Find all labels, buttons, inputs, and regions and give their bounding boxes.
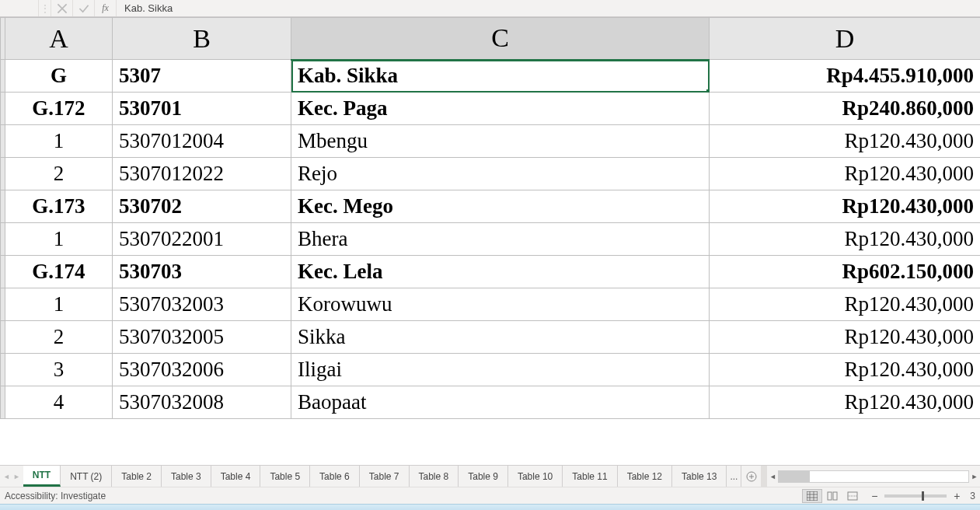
sheet-tab[interactable]: Table 7 [360,466,410,487]
zoom-thumb[interactable] [922,491,924,501]
zoom-in-button[interactable]: + [951,491,962,501]
cell-C[interactable]: Sikka [291,321,710,354]
col-header-A[interactable]: A [5,18,113,60]
cell-A[interactable]: 4 [5,386,113,419]
name-box[interactable] [0,0,39,16]
cell-A[interactable]: G.173 [5,190,113,223]
sheet-tab[interactable]: Table 12 [618,466,672,487]
zoom-slider: − + 3 [869,491,975,501]
tabs-more-icon[interactable]: ... [727,466,741,487]
cell-C[interactable]: Baopaat [291,386,710,419]
cell-C[interactable]: Kec. Paga [291,93,710,125]
cell-D[interactable]: Rp120.430,000 [710,288,981,321]
sheet-tab[interactable]: Table 11 [563,466,617,487]
sheet-tab[interactable]: Table 13 [672,466,727,487]
sheet-tab[interactable]: NTT [23,466,61,487]
svg-rect-1 [807,491,818,501]
sheet-tab[interactable]: Table 2 [112,466,162,487]
cell-A[interactable]: 1 [5,288,113,321]
tabs-prev-icon[interactable]: ◄ [3,473,10,480]
cell-A[interactable]: 2 [5,158,113,190]
cell-C[interactable]: Kec. Lela [291,256,710,288]
hscroll-right-icon[interactable]: ► [969,470,980,483]
col-header-C[interactable]: C [291,18,710,60]
cell-A[interactable]: 2 [5,321,113,354]
cell-A[interactable]: G [5,60,113,93]
cell-B[interactable]: 5307032008 [113,386,291,419]
sheet-tab[interactable]: Table 6 [310,466,360,487]
zoom-value[interactable]: 3 [970,491,975,501]
spreadsheet-grid[interactable]: A B C D G5307Kab. SikkaRp4.455.910,000G.… [0,17,980,465]
table-row: G.173530702Kec. MegoRp120.430,000 [1,190,981,223]
cell-A[interactable]: 1 [5,223,113,256]
column-header-row: A B C D [1,18,981,60]
zoom-track[interactable] [884,494,947,498]
table-row: 15307032003KorowuwuRp120.430,000 [1,288,981,321]
cell-B[interactable]: 530701 [113,93,291,125]
svg-rect-3 [833,492,837,500]
col-header-B[interactable]: B [113,18,291,60]
table-row: 25307032005SikkaRp120.430,000 [1,321,981,354]
view-page-break-icon[interactable] [842,489,863,503]
new-sheet-button[interactable] [741,466,761,487]
cell-B[interactable]: 530703 [113,256,291,288]
hscroll-thumb[interactable] [779,471,810,482]
horizontal-scrollbar[interactable]: ◄ ► [767,466,980,487]
cell-A[interactable]: 1 [5,125,113,158]
os-taskbar [0,504,980,510]
cell-C[interactable]: Korowuwu [291,288,710,321]
view-normal-icon[interactable] [802,489,822,503]
cell-C[interactable]: Kab. Sikka [291,60,710,93]
cell-D[interactable]: Rp120.430,000 [710,354,981,386]
table-row: 25307012022RejoRp120.430,000 [1,158,981,190]
tabs-next-icon[interactable]: ► [13,473,20,480]
col-header-D[interactable]: D [710,18,981,60]
cell-A[interactable]: G.174 [5,256,113,288]
cell-D[interactable]: Rp120.430,000 [710,386,981,419]
cell-B[interactable]: 5307012022 [113,158,291,190]
table-row: G5307Kab. SikkaRp4.455.910,000 [1,60,981,93]
cell-C[interactable]: Rejo [291,158,710,190]
sheet-tab[interactable]: Table 3 [162,466,211,487]
fx-icon[interactable]: fx [95,0,117,16]
cell-C[interactable]: Bhera [291,223,710,256]
cell-D[interactable]: Rp120.430,000 [710,158,981,190]
sheet-tab[interactable]: NTT (2) [61,466,112,487]
cell-C[interactable]: Iligai [291,354,710,386]
formula-input[interactable]: Kab. Sikka [117,0,980,16]
view-page-layout-icon[interactable] [822,489,842,503]
cell-B[interactable]: 530702 [113,190,291,223]
sheet-tab[interactable]: Table 9 [459,466,508,487]
hscroll-left-icon[interactable]: ◄ [767,470,778,483]
cell-B[interactable]: 5307032003 [113,288,291,321]
cell-B[interactable]: 5307 [113,60,291,93]
cell-D[interactable]: Rp120.430,000 [710,223,981,256]
cancel-icon[interactable] [51,0,73,16]
sheet-tab[interactable]: Table 10 [508,466,563,487]
sheet-tabs: NTTNTT (2)Table 2Table 3Table 4Table 5Ta… [23,466,727,487]
cell-A[interactable]: 3 [5,354,113,386]
cell-D[interactable]: Rp120.430,000 [710,125,981,158]
hscroll-track[interactable] [778,470,969,483]
cell-C[interactable]: Kec. Mego [291,190,710,223]
cell-B[interactable]: 5307012004 [113,125,291,158]
svg-rect-2 [828,492,832,500]
sheet-tab[interactable]: Table 8 [410,466,459,487]
zoom-out-button[interactable]: − [869,491,880,501]
cell-C[interactable]: Mbengu [291,125,710,158]
cell-D[interactable]: Rp4.455.910,000 [710,60,981,93]
cell-B[interactable]: 5307032005 [113,321,291,354]
cell-D[interactable]: Rp120.430,000 [710,321,981,354]
cell-D[interactable]: Rp120.430,000 [710,190,981,223]
cell-A[interactable]: G.172 [5,93,113,125]
cell-B[interactable]: 5307022001 [113,223,291,256]
tabs-splitter[interactable] [761,466,767,487]
sheet-tab[interactable]: Table 5 [260,466,310,487]
cell-D[interactable]: Rp240.860,000 [710,93,981,125]
cell-B[interactable]: 5307032006 [113,354,291,386]
sheet-tab[interactable]: Table 4 [211,466,261,487]
accept-icon[interactable] [73,0,95,16]
name-box-more-icon[interactable]: ⋮ [39,0,51,16]
table-row: 15307012004MbenguRp120.430,000 [1,125,981,158]
cell-D[interactable]: Rp602.150,000 [710,256,981,288]
